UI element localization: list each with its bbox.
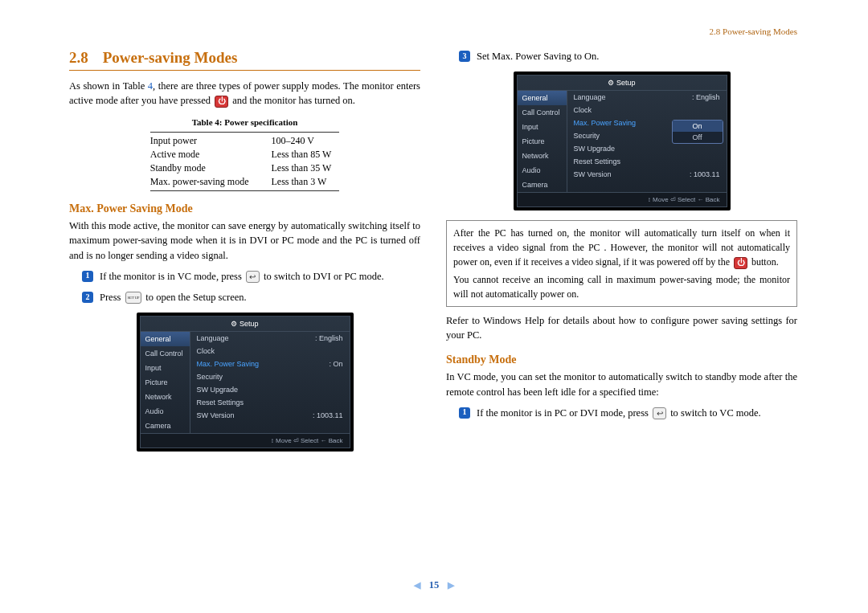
osd-title: Setup bbox=[518, 76, 727, 91]
source-switch-icon: ↩ bbox=[653, 407, 666, 419]
subheading-max-power: Max. Power Saving Mode bbox=[69, 202, 420, 215]
osd-tab: Call Control bbox=[518, 105, 567, 120]
step-number-icon: 1 bbox=[82, 271, 93, 282]
source-switch-icon: ↩ bbox=[246, 271, 260, 283]
pc-help-paragraph: Refer to Windows Help for details about … bbox=[446, 313, 797, 342]
section-number: 2.8 bbox=[69, 49, 88, 67]
osd-footer: ↕ Move ⏎ Select ← Back bbox=[141, 433, 350, 447]
left-column: 2.8 Power-saving Modes As shown in Table… bbox=[69, 49, 420, 461]
table-row: Input power100–240 V bbox=[150, 133, 340, 149]
osd-tab: Picture bbox=[518, 134, 567, 149]
power-spec-table: Input power100–240 V Active modeLess tha… bbox=[150, 132, 340, 191]
osd-tab: Audio bbox=[518, 163, 567, 178]
power-button-icon: ⏻ bbox=[734, 257, 747, 269]
intro-paragraph: As shown in Table 4, there are three typ… bbox=[69, 79, 420, 108]
step-item: 1 If the monitor is in VC mode, press ↩ … bbox=[82, 269, 420, 284]
osd-tab: Input bbox=[141, 361, 190, 375]
osd-tab: Camera bbox=[141, 419, 190, 433]
osd-tab: Network bbox=[141, 390, 190, 404]
page-number: 15 bbox=[429, 579, 440, 591]
osd-option: Off bbox=[673, 132, 723, 143]
osd-title: Setup bbox=[141, 317, 350, 332]
osd-tab: Picture bbox=[141, 375, 190, 390]
max-power-paragraph: With this mode active, the monitor can s… bbox=[69, 219, 420, 262]
prev-page-icon[interactable]: ◀ bbox=[407, 580, 427, 590]
osd-sidebar: General Call Control Input Picture Netwo… bbox=[518, 91, 567, 192]
osd-main-panel: LanguageEnglish Clock Max. Power Saving … bbox=[567, 91, 727, 192]
note-callout: After the PC has turned on, the monitor … bbox=[446, 220, 797, 307]
osd-tab: General bbox=[141, 332, 190, 346]
table-row: Standby modeLess than 35 W bbox=[150, 161, 340, 175]
table-caption: Table 4: Power specification bbox=[69, 117, 420, 127]
table-row: Max. power-saving modeLess than 3 W bbox=[150, 175, 340, 191]
step-item: 1 If the monitor is in PC or DVI mode, p… bbox=[459, 406, 797, 420]
running-header: 2.8 Power-saving Modes bbox=[69, 27, 797, 36]
setup-button-icon: SET UP bbox=[125, 292, 142, 304]
step-item: 2 Press SET UP to open the Setup screen. bbox=[82, 290, 420, 304]
standby-paragraph: In VC mode, you can set the monitor to a… bbox=[446, 370, 797, 398]
section-heading: Power-saving Modes bbox=[103, 49, 238, 67]
osd-main-panel: LanguageEnglish Clock Max. Power SavingO… bbox=[190, 332, 350, 433]
osd-footer: ↕ Move ⏎ Select ← Back bbox=[518, 192, 727, 206]
osd-tab: General bbox=[518, 91, 567, 105]
osd-tab: Call Control bbox=[141, 346, 190, 361]
step-number-icon: 2 bbox=[82, 292, 93, 303]
step-number-icon: 3 bbox=[459, 51, 470, 62]
osd-tab: Audio bbox=[141, 404, 190, 419]
section-title: 2.8 Power-saving Modes bbox=[69, 49, 420, 67]
step-number-icon: 1 bbox=[459, 407, 470, 419]
osd-option-selected: On bbox=[673, 121, 723, 132]
osd-tab: Camera bbox=[518, 178, 567, 192]
section-rule bbox=[69, 70, 420, 71]
osd-screenshot-dropdown: Setup General Call Control Input Picture… bbox=[514, 72, 731, 210]
right-column: 3 Set Max. Power Saving to On. Setup Gen… bbox=[446, 49, 797, 461]
osd-dropdown: On Off bbox=[672, 120, 723, 144]
page-navigation: ◀ 15 ▶ bbox=[0, 579, 868, 591]
osd-screenshot-general: Setup General Call Control Input Picture… bbox=[137, 313, 354, 452]
table-row: Active modeLess than 85 W bbox=[150, 148, 340, 161]
next-page-icon[interactable]: ▶ bbox=[441, 580, 461, 590]
osd-tab: Network bbox=[518, 149, 567, 163]
osd-sidebar: General Call Control Input Picture Netwo… bbox=[141, 332, 190, 433]
step-item: 3 Set Max. Power Saving to On. bbox=[459, 49, 797, 63]
power-button-icon: ⏻ bbox=[215, 96, 228, 108]
osd-tab: Input bbox=[518, 120, 567, 134]
subheading-standby: Standby Mode bbox=[446, 353, 797, 366]
